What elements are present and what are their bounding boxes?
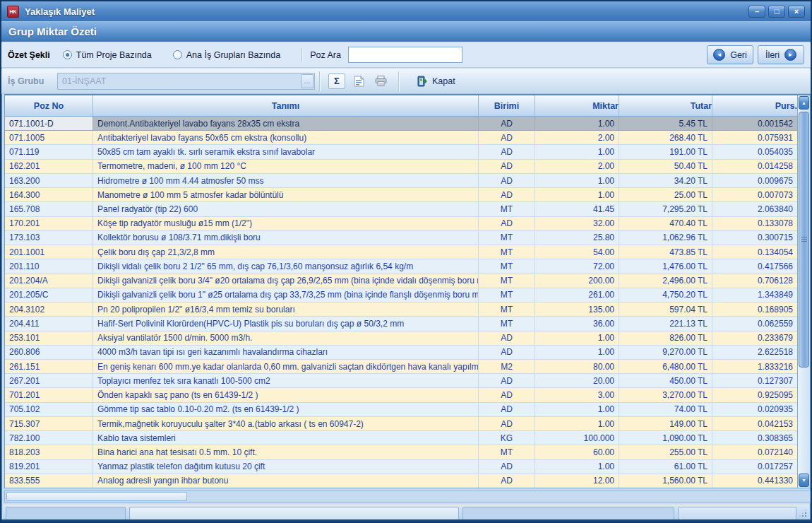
table-row[interactable]: 071.119 50x85 cm tam ayaklı tk. sırlı se… [5,145,797,159]
window-bottom-edge [1,519,811,522]
cell-tanimi: 4000 m3/h tavan tipi ısı geri kazanımlı … [93,346,479,359]
table-row[interactable]: 071.1001-D Demont.Antibakteriyel lavabo … [5,117,797,131]
col-header-miktar[interactable]: Miktar [535,95,619,116]
cell-birimi: MT [479,231,535,245]
table-row[interactable]: 165.708 Panel radyatör (tip 22) 600 MT 4… [5,202,797,216]
forward-button[interactable]: İleri ► [758,45,804,64]
close-view-button[interactable]: Kapat [417,76,455,87]
cell-purs: 0.042153 [712,417,797,430]
cell-miktar: 72.00 [535,259,619,273]
cell-tutar: 149.00 TL [619,417,712,430]
cell-birimi: AD [479,460,535,474]
sum-button[interactable]: Σ [328,74,345,89]
status-panel-2 [129,507,459,520]
cell-birimi: AD [479,131,535,144]
table-row[interactable]: 253.101 Aksiyal vantilatör 1500 d/min. 5… [5,331,797,346]
cell-birimi: AD [479,117,535,130]
table-row[interactable]: 715.307 Termik,mağnetik koruyuculu şalte… [5,417,797,431]
back-arrow-icon: ◄ [713,49,725,61]
cell-poz-no: 701.201 [5,388,93,401]
cell-tutar: 2,496.00 TL [619,274,712,288]
cell-purs: 0.017257 [712,460,797,474]
cell-tutar: 473.85 TL [619,245,712,259]
cell-miktar: 100.000 [535,431,619,445]
table-row[interactable]: 701.201 Önden kapaklı saç pano (ts en 61… [5,388,797,402]
cell-poz-no: 260.806 [5,346,93,359]
cell-miktar: 2.00 [535,160,619,173]
table-row[interactable]: 201.205/C Dikişli galvanizli çelik boru … [5,288,797,302]
back-button[interactable]: ◄ Geri [707,45,753,64]
table-row[interactable]: 818.203 Bina harici ana hat tesisatı 0.5… [5,445,797,459]
cell-tutar: 255.00 TL [619,445,712,459]
table-row[interactable]: 201.110 Dikişli vidalı çelik boru 2 1/2"… [5,259,797,274]
table-row[interactable]: 201.204/A Dikişli galvanizli çelik boru … [5,274,797,288]
table-row[interactable]: 162.201 Termometre, madeni, ø 100 mm 120… [5,160,797,174]
close-button[interactable]: × [788,6,805,18]
table-row[interactable]: 204.411 Hafif-Sert Polivinil Klorürden(H… [5,317,797,331]
cell-poz-no: 201.1001 [5,245,93,259]
col-header-poz-no[interactable]: Poz No [5,95,93,116]
table-row[interactable]: 819.201 Yanmaz plastik telefon dağıtım k… [5,460,797,474]
table-row[interactable]: 267.201 Toplayıcı menfez tek sıra kanatl… [5,374,797,388]
col-header-birimi[interactable]: Birimi [479,95,535,116]
cell-miktar: 1.00 [535,188,619,201]
cell-tanimi: Bina harici ana hat tesisatı 0.5 mm. 10 … [93,445,479,459]
maximize-button[interactable]: □ [768,6,785,18]
table-row[interactable]: 782.100 Kablo tava sistemleri KG 100.000… [5,431,797,445]
vertical-scrollbar-thumb[interactable] [799,112,809,368]
table-row[interactable]: 170.201 Köşe tip radyatör musluğu ø15 mm… [5,217,797,231]
table-row[interactable]: 261.151 En geniş kenarı 600 mm.ye kadar … [5,360,797,374]
col-header-tanimi[interactable]: Tanımı [93,95,479,116]
table-row[interactable]: 071.1005 Antibakteriyel lavabo fayans 50… [5,131,797,145]
cell-poz-no: 261.151 [5,360,93,373]
table-row[interactable]: 163.200 Hidrometre ø 100 mm 4.44 atmosfe… [5,174,797,188]
table-row[interactable]: 164.300 Manometre ø 100 mm 5 atmosfer ka… [5,188,797,202]
cell-poz-no: 071.1005 [5,131,93,144]
table-row[interactable]: 260.806 4000 m3/h tavan tipi ısı geri ka… [5,346,797,360]
resize-grip[interactable] [800,510,806,517]
report-button[interactable] [350,74,367,89]
cell-tanimi: Demont.Antibakteriyel lavabo fayans 28x3… [93,117,479,130]
cell-birimi: AD [479,474,535,488]
cell-poz-no: 170.201 [5,217,93,230]
poz-search-input[interactable] [348,47,462,63]
cell-tutar: 470.40 TL [619,217,712,230]
radio-all-project[interactable]: Tüm Proje Bazında [63,50,152,60]
scroll-down-button[interactable]: ▼ [799,474,809,487]
cell-birimi: MT [479,445,535,459]
cell-purs: 0.014258 [712,160,797,173]
cell-poz-no: 071.119 [5,145,93,158]
horizontal-scrollbar-thumb[interactable] [6,492,187,501]
cell-purs: 0.062559 [712,317,797,330]
table-row[interactable]: 204.3102 Pn 20 polipropilen 1/2" ø16/3,4… [5,302,797,317]
cell-purs: 0.925095 [712,388,797,401]
cell-birimi: MT [479,259,535,273]
title-bar: HK Yaklaşık Maliyet – □ × [1,1,811,21]
minimize-button[interactable]: – [748,6,765,18]
table-row[interactable]: 201.1001 Çelik boru dış çap 21,3/2,8 mm … [5,245,797,259]
table-row[interactable]: 173.103 Kollektör borusu ø 108/3.71 mm.d… [5,231,797,245]
scroll-up-button[interactable]: ▲ [799,96,809,110]
nav-buttons: ◄ Geri İleri ► [707,45,804,64]
radio-main-groups[interactable]: Ana İş Grupları Bazında [173,50,280,60]
vertical-scrollbar[interactable]: ▲ ▼ [797,95,810,488]
table-row[interactable]: 833.555 Analog adresli yangın ihbar buto… [5,474,797,488]
sigma-icon: Σ [334,76,340,86]
cell-purs: 0.054035 [712,145,797,158]
cell-tanimi: Toplayıcı menfez tek sıra kanatlı 100-50… [93,374,479,387]
page-banner: Grup Miktar Özeti [1,21,811,42]
cell-purs: 0.706128 [712,274,797,288]
cell-poz-no: 165.708 [5,202,93,216]
col-header-tutar[interactable]: Tutar [619,95,712,116]
print-button[interactable] [372,74,389,89]
cell-birimi: AD [479,331,535,345]
table-body: 071.1001-D Demont.Antibakteriyel lavabo … [5,117,797,488]
cell-birimi: AD [479,217,535,230]
cell-tutar: 7,295.20 TL [619,202,712,216]
horizontal-scrollbar[interactable] [4,490,811,503]
cell-poz-no: 267.201 [5,374,93,387]
col-header-purs[interactable]: Purs. [712,95,797,116]
table-row[interactable]: 705.102 Gömme tip sac tablo 0.10-0.20 m2… [5,403,797,417]
cell-tutar: 597.04 TL [619,302,712,316]
cell-birimi: AD [479,388,535,401]
